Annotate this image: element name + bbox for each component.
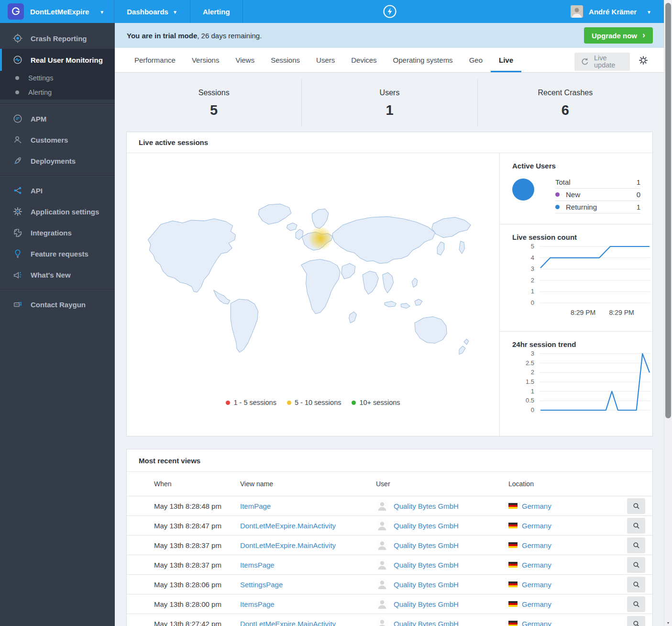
user-link[interactable]: Quality Bytes GmbH	[394, 541, 459, 549]
sidebar-item-real-user-monitoring[interactable]: Real User Monitoring	[0, 49, 115, 71]
sidebar-item-rum-settings[interactable]: Settings	[0, 71, 115, 85]
sidebar-item-label: Feature requests	[31, 250, 88, 258]
user-link[interactable]: Quality Bytes GmbH	[394, 581, 459, 589]
view-name-link[interactable]: ItemsPage	[240, 561, 275, 569]
chevron-down-icon: ▼	[647, 10, 651, 15]
tab-versions[interactable]: Versions	[184, 48, 228, 72]
rocket-icon	[12, 156, 23, 166]
session-trend-chart: 32.521.510.50	[512, 353, 640, 429]
location-link[interactable]: Germany	[522, 581, 551, 589]
scroll-down-arrow-icon[interactable]: ▼	[664, 620, 672, 626]
y-tick-label: 0.5	[512, 397, 534, 404]
action-cell	[627, 616, 645, 626]
user-cell: Quality Bytes GmbH	[376, 559, 508, 571]
table-row: May 13th 8:28:47 pmDontLetMeExpire.MainA…	[127, 515, 652, 535]
tab-views[interactable]: Views	[227, 48, 263, 72]
sidebar-item-application-settings[interactable]: Application settings	[0, 201, 115, 222]
location-link[interactable]: Germany	[522, 522, 551, 530]
bullet-icon	[15, 76, 19, 80]
nav-dashboards-label: Dashboards	[127, 8, 168, 16]
legend-item: 10+ sessions	[352, 399, 400, 406]
inspect-view-button[interactable]	[627, 518, 645, 534]
app-switcher[interactable]: DontLetMeExpire ▼	[0, 0, 114, 23]
24hr-session-trend-svg	[540, 353, 650, 411]
inspect-view-button[interactable]	[627, 498, 645, 514]
user-cell: Quality Bytes GmbH	[376, 598, 508, 610]
upgrade-now-button[interactable]: Upgrade now ›	[584, 27, 653, 44]
user-link[interactable]: Quality Bytes GmbH	[394, 561, 459, 569]
nav-dashboards[interactable]: Dashboards ▼	[114, 0, 190, 23]
location-link[interactable]: Germany	[522, 541, 551, 549]
user-link[interactable]: Quality Bytes GmbH	[394, 620, 459, 626]
megaphone-icon	[12, 269, 23, 280]
tab-performance[interactable]: Performance	[126, 48, 184, 72]
tab-users[interactable]: Users	[308, 48, 343, 72]
user-link[interactable]: Quality Bytes GmbH	[394, 502, 459, 510]
view-name-cell: ItemsPage	[240, 600, 376, 608]
sidebar-item-integrations[interactable]: Integrations	[0, 222, 115, 243]
scrollbar-thumb[interactable]	[665, 3, 671, 418]
user-menu[interactable]: André Krämer ▼	[571, 0, 664, 23]
nav-alerting[interactable]: Alerting	[190, 0, 243, 23]
sidebar-item-crash-reporting[interactable]: Crash Reporting	[0, 28, 115, 49]
upgrade-label: Upgrade now	[592, 32, 637, 40]
user-avatar-icon	[376, 559, 388, 571]
session-trend-title: 24hr session trend	[512, 340, 640, 348]
action-cell	[627, 557, 645, 573]
tab-sessions[interactable]: Sessions	[263, 48, 308, 72]
sidebar-item-label: Crash Reporting	[31, 34, 87, 43]
inspect-view-button[interactable]	[627, 537, 645, 553]
tab-live[interactable]: Live	[491, 48, 521, 72]
action-cell	[627, 577, 645, 592]
live-update-button[interactable]: Live update	[574, 53, 630, 71]
stat-value: 1	[302, 102, 477, 118]
puzzle-icon	[12, 227, 23, 238]
settings-gear-icon[interactable]	[638, 55, 649, 66]
tab-operating-systems[interactable]: Operating systems	[385, 48, 461, 72]
y-tick-label: 1	[512, 288, 534, 295]
tab-devices[interactable]: Devices	[343, 48, 385, 72]
world-map-svg	[141, 191, 483, 373]
view-name-link[interactable]: DontLetMeExpire.MainActivity	[240, 541, 336, 549]
location-link[interactable]: Germany	[522, 561, 551, 569]
sidebar-item-label: Contact Raygun	[31, 301, 86, 309]
map-legend: 1 - 5 sessions5 - 10 sessions10+ session…	[127, 399, 499, 406]
legend-dot-icon	[555, 205, 560, 209]
lightning-bolt-icon[interactable]	[382, 3, 398, 20]
user-cell: Quality Bytes GmbH	[376, 578, 508, 591]
vertical-scrollbar[interactable]: ▲ ▼	[664, 0, 672, 626]
inspect-view-button[interactable]	[627, 557, 645, 573]
sidebar-item-api[interactable]: API	[0, 180, 115, 201]
stat-sessions: Sessions5	[126, 79, 301, 127]
inspect-view-button[interactable]	[627, 577, 645, 592]
location-link[interactable]: Germany	[522, 502, 551, 510]
view-name-link[interactable]: DontLetMeExpire.MainActivity	[240, 620, 336, 626]
view-name-link[interactable]: SettingsPage	[240, 581, 283, 589]
sidebar-item-deployments[interactable]: Deployments	[0, 150, 115, 171]
bullet-icon	[15, 90, 19, 94]
sidebar-item-whats-new[interactable]: What's New	[0, 264, 115, 285]
live-update-label: Live update	[594, 55, 624, 69]
user-link[interactable]: Quality Bytes GmbH	[394, 522, 459, 530]
location-cell: Germany	[508, 522, 627, 530]
sidebar-item-customers[interactable]: Customers	[0, 129, 115, 150]
location-link[interactable]: Germany	[522, 600, 551, 608]
trial-banner: You are in trial mode, 26 days remaining…	[115, 23, 664, 48]
sidebar-item-apm[interactable]: APM	[0, 108, 115, 129]
sidebar-item-feature-requests[interactable]: Feature requests	[0, 243, 115, 264]
legend-dot-icon	[287, 401, 291, 405]
user-link[interactable]: Quality Bytes GmbH	[394, 600, 459, 608]
location-link[interactable]: Germany	[522, 620, 551, 626]
location-cell: Germany	[508, 600, 627, 608]
tab-geo[interactable]: Geo	[461, 48, 491, 72]
sidebar-item-label: API	[31, 187, 43, 195]
inspect-view-button[interactable]	[627, 616, 645, 626]
sidebar-item-contact-raygun[interactable]: Contact Raygun	[0, 294, 115, 315]
sidebar-item-rum-alerting[interactable]: Alerting	[0, 85, 115, 100]
inspect-view-button[interactable]	[627, 596, 645, 612]
view-name-link[interactable]: ItemPage	[240, 502, 271, 510]
column-user: User	[376, 480, 508, 488]
y-tick-label: 1.5	[512, 378, 534, 385]
view-name-link[interactable]: ItemsPage	[240, 600, 275, 608]
view-name-link[interactable]: DontLetMeExpire.MainActivity	[240, 522, 336, 530]
